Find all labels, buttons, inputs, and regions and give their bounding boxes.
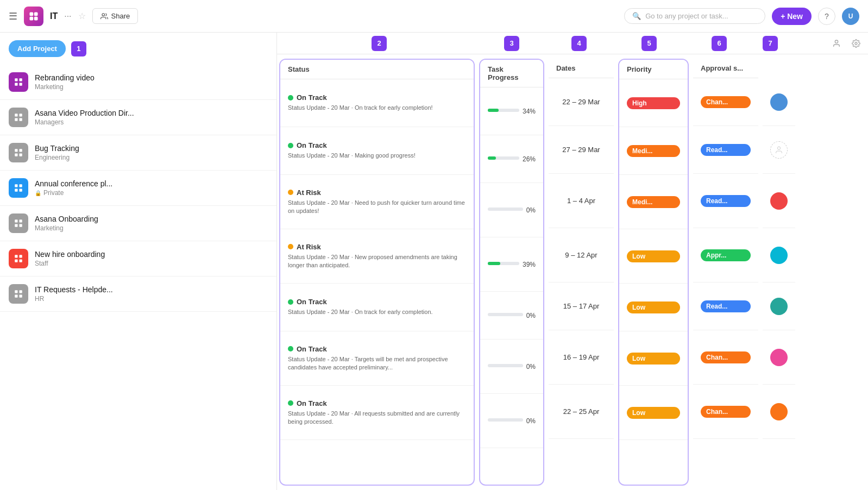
avatar-empty (770, 141, 788, 159)
status-dot (288, 190, 293, 195)
assign-icon[interactable] (829, 36, 844, 51)
status-label: On Track (297, 345, 327, 353)
priority-cell: Low (619, 229, 688, 284)
priority-cell: Medi... (619, 175, 688, 229)
project-sub: Marketing (35, 224, 268, 232)
col-badge-5: 5 (641, 36, 657, 51)
progress-bar (488, 156, 519, 160)
progress-bar (488, 364, 523, 367)
progress-cell: 26% (480, 135, 543, 183)
progress-bar (488, 208, 523, 211)
svg-rect-32 (20, 295, 22, 298)
progress-pct: 0% (526, 312, 536, 319)
approval-badge: Read... (701, 195, 751, 207)
status-cell: On Track Status Update - 20 Mar · Making… (280, 127, 474, 175)
status-label: On Track (297, 141, 327, 149)
app-logo (24, 7, 43, 26)
svg-rect-12 (20, 118, 22, 121)
list-item[interactable]: Rebranding video Marketing (0, 65, 276, 100)
status-column: Status On Track Status Update - 20 Mar ·… (279, 59, 475, 486)
dates-cell: 15 – 17 Apr (549, 282, 614, 330)
share-label: Share (111, 12, 130, 20)
help-icon: ? (825, 12, 829, 21)
project-sub: 🔒 Private (35, 189, 268, 197)
list-item[interactable]: New hire onboarding Staff (0, 241, 276, 277)
approval-badge: Read... (701, 144, 751, 156)
priority-cell: Medi... (619, 127, 688, 175)
new-button-label: + New (781, 12, 803, 21)
share-button[interactable]: Share (92, 8, 139, 24)
svg-rect-17 (15, 184, 17, 187)
status-dot (288, 346, 293, 351)
help-button[interactable]: ? (818, 8, 835, 25)
approval-col-header: Approval s... (693, 59, 758, 78)
svg-rect-1 (34, 12, 38, 16)
status-update: Status Update - 20 Mar · New proposed am… (288, 253, 466, 270)
approval-cell: Read... (693, 126, 758, 174)
progress-bar (488, 262, 519, 265)
table-area: 2 3 4 5 6 7 (277, 33, 868, 490)
priority-cell: Low (619, 284, 688, 331)
project-list: Rebranding video Marketing Asana Video P… (0, 65, 276, 490)
svg-rect-26 (20, 255, 22, 257)
progress-cell: 34% (480, 87, 543, 135)
priority-badge: Low (627, 250, 680, 262)
new-button[interactable]: + New (772, 8, 812, 25)
dates-cell: 22 – 25 Apr (549, 385, 614, 439)
progress-col-header: Task Progress (480, 60, 543, 87)
assignee-cell (763, 228, 795, 282)
svg-rect-29 (15, 290, 17, 293)
list-item[interactable]: Asana Video Production Dir... Managers (0, 100, 276, 135)
project-icon (9, 249, 28, 268)
priority-badge: Medi... (627, 196, 680, 208)
star-icon[interactable]: ☆ (78, 11, 86, 21)
avatar (770, 349, 788, 366)
search-bar[interactable]: 🔍 Go to any project or task... (624, 8, 765, 24)
status-update: Status Update - 20 Mar · All requests su… (288, 410, 466, 426)
assignee-cell (763, 282, 795, 330)
avatar (770, 93, 788, 111)
settings-icon[interactable] (848, 36, 864, 51)
status-update: Status Update - 20 Mar · Targets will be… (288, 355, 466, 372)
user-avatar[interactable]: U (842, 8, 859, 25)
svg-rect-19 (15, 189, 17, 192)
project-name: IT Requests - Helpde... (35, 285, 268, 294)
hamburger-icon[interactable]: ☰ (9, 10, 17, 22)
svg-rect-31 (15, 295, 17, 298)
col-badge-3: 3 (504, 36, 519, 51)
svg-rect-21 (15, 219, 17, 222)
avatar (770, 403, 788, 420)
status-label: On Track (297, 399, 327, 407)
status-dot (288, 143, 293, 148)
project-name: Bug Tracking (35, 144, 268, 153)
status-label: At Risk (297, 189, 321, 197)
status-update: Status Update - 20 Mar · On track for ea… (288, 104, 466, 112)
assignee-cell (763, 126, 795, 174)
priority-badge: Medi... (627, 145, 680, 157)
svg-rect-23 (15, 224, 17, 227)
status-dot (288, 400, 293, 406)
add-project-button[interactable]: Add Project (9, 40, 66, 57)
list-item[interactable]: Bug Tracking Engineering (0, 135, 276, 171)
approval-cell: Read... (693, 174, 758, 228)
progress-bar (488, 313, 523, 316)
list-item[interactable]: Annual conference pl... 🔒 Private (0, 171, 276, 206)
col-badge-2: 2 (372, 36, 387, 51)
progress-column: Task Progress 34% 26% 0% 39% 0% (479, 59, 544, 486)
svg-point-4 (102, 13, 104, 16)
progress-pct: 26% (523, 155, 536, 163)
assignee-column: - (763, 59, 795, 486)
more-options-icon[interactable]: ··· (64, 11, 71, 21)
list-item[interactable]: IT Requests - Helpde... HR (0, 277, 276, 312)
project-icon (9, 143, 28, 162)
status-update: Status Update - 20 Mar · Making good pro… (288, 152, 466, 160)
search-icon: 🔍 (632, 12, 641, 20)
col-badge-6: 6 (712, 36, 727, 51)
svg-rect-25 (15, 255, 17, 257)
svg-rect-7 (15, 83, 17, 86)
table-scroll: Status On Track Status Update - 20 Mar ·… (277, 54, 868, 490)
col-badge-7: 7 (763, 36, 778, 51)
list-item[interactable]: Asana Onboarding Marketing (0, 206, 276, 241)
svg-rect-20 (20, 189, 22, 192)
priority-col-header: Priority (619, 60, 688, 79)
